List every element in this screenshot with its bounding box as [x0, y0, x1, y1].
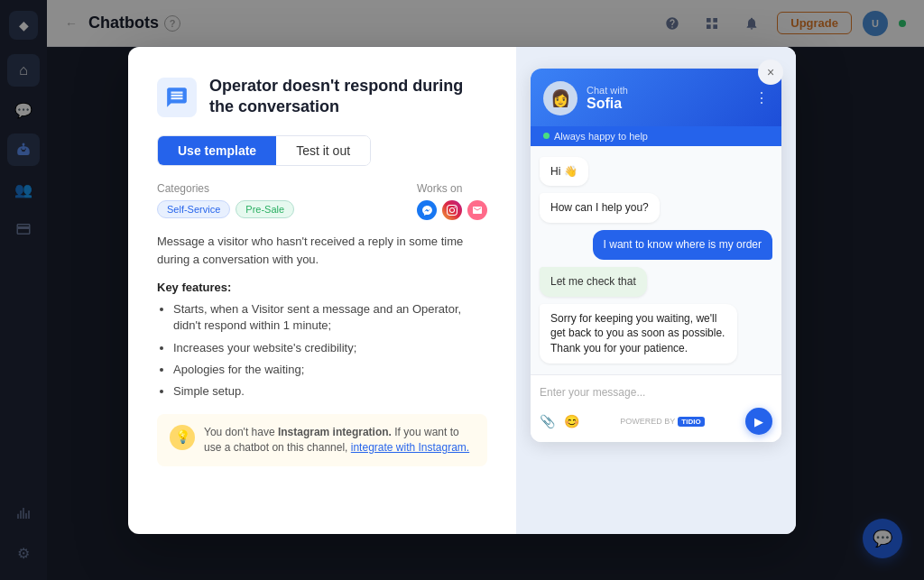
modal-description: Message a visitor who hasn't received a … — [157, 233, 487, 268]
tidio-logo: TIDIO — [678, 417, 704, 427]
status-text: Always happy to help — [554, 131, 648, 142]
warning-icon: 💡 — [170, 425, 195, 450]
message-1: Hi 👋 — [540, 157, 588, 187]
send-button[interactable]: ▶ — [745, 408, 772, 435]
modal-title: Operator doesn't respond during the conv… — [209, 76, 487, 118]
chat-status-bar: Always happy to help — [531, 126, 781, 146]
attach-icon[interactable]: 📎 — [540, 414, 555, 428]
modal-close-button[interactable]: × — [758, 60, 783, 85]
chat-with-label: Chat with — [587, 85, 628, 96]
modal-content-left: Operator doesn't respond during the conv… — [128, 47, 516, 534]
emoji-icon[interactable]: 😊 — [564, 414, 579, 428]
template-modal: × Operator doesn't respond during the co… — [128, 47, 796, 534]
message-4: Let me check that — [540, 267, 647, 297]
feature-item-1: Starts, when a Visitor sent a message an… — [173, 301, 487, 334]
categories-section: Categories Self-Service Pre-Sale Works o… — [157, 182, 487, 220]
message-5: Sorry for keeping you waiting, we'll get… — [540, 304, 737, 364]
categories-left: Categories Self-Service Pre-Sale — [157, 182, 294, 218]
chat-header: 👩 Chat with Sofia ⋮ — [531, 69, 781, 126]
works-on-right: Works on — [417, 182, 487, 220]
online-indicator — [543, 133, 550, 139]
warning-box: 💡 You don't have Instagram integration. … — [157, 414, 487, 466]
chat-input-placeholder[interactable]: Enter your message... — [540, 382, 772, 402]
categories-label: Categories — [157, 182, 294, 195]
feature-item-4: Simple setup. — [173, 383, 487, 400]
chat-messages: Hi 👋 How can I help you? I want to know … — [531, 146, 781, 375]
tab-test-it-out[interactable]: Test it out — [276, 136, 370, 165]
tag-self-service: Self-Service — [157, 200, 230, 218]
agent-name: Sofia — [587, 96, 628, 112]
message-2: How can I help you? — [540, 193, 660, 223]
powered-by: POWERED BY TIDIO — [620, 417, 704, 427]
key-features-list: Starts, when a Visitor sent a message an… — [157, 301, 487, 400]
tag-pre-sale: Pre-Sale — [236, 200, 294, 218]
chat-input-icons: 📎 😊 — [540, 414, 579, 428]
instagram-link[interactable]: integrate with Instagram. — [351, 441, 469, 454]
works-on-label: Works on — [417, 182, 487, 195]
channel-icons — [417, 200, 487, 220]
channel-messenger — [417, 200, 437, 220]
chat-preview-panel: 👩 Chat with Sofia ⋮ Always happy to help… — [516, 47, 796, 534]
feature-item-2: Increases your website's credibility; — [173, 340, 487, 356]
categories-tags: Self-Service Pre-Sale — [157, 200, 294, 218]
chat-menu-dots[interactable]: ⋮ — [754, 89, 769, 106]
channel-email — [467, 200, 487, 220]
channel-instagram — [442, 200, 462, 220]
agent-info: Chat with Sofia — [587, 85, 628, 112]
modal-header: Operator doesn't respond during the conv… — [157, 76, 487, 118]
chat-input-footer: 📎 😊 POWERED BY TIDIO ▶ — [540, 408, 772, 435]
chat-window: 👩 Chat with Sofia ⋮ Always happy to help… — [531, 69, 781, 443]
chat-input-area[interactable]: Enter your message... 📎 😊 POWERED BY TID… — [531, 374, 781, 442]
powered-by-text: POWERED BY — [620, 417, 675, 426]
feature-item-3: Apologies for the waiting; — [173, 362, 487, 378]
key-features-title: Key features: — [157, 281, 487, 294]
warning-bold: Instagram integration. — [278, 426, 392, 438]
modal-icon — [157, 78, 197, 117]
modal-tabs: Use template Test it out — [157, 135, 371, 166]
tab-use-template[interactable]: Use template — [158, 136, 276, 165]
warning-text: You don't have Instagram integration. If… — [204, 425, 475, 456]
agent-avatar: 👩 — [543, 81, 578, 115]
message-3: I want to know where is my order — [593, 230, 772, 260]
